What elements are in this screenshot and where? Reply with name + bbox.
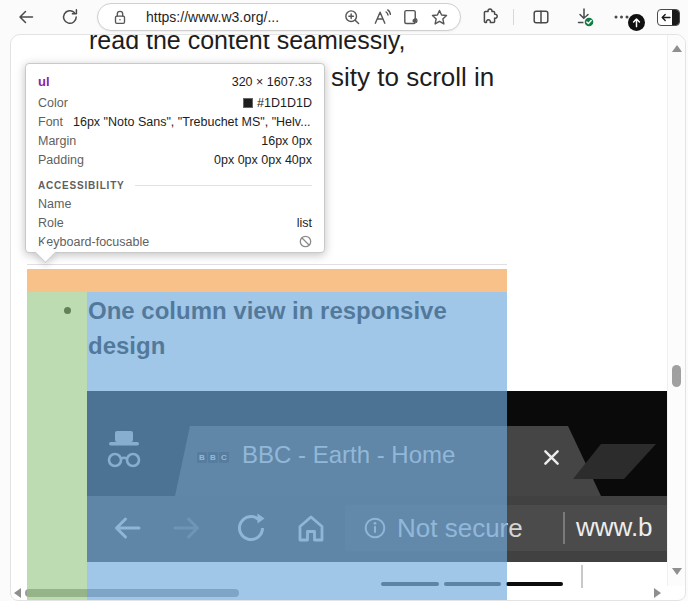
download-icon (573, 6, 595, 28)
browser-toolbar: https://www.w3.org/... (0, 0, 688, 34)
browser-window: https://www.w3.org/... (0, 0, 688, 601)
downloads-button[interactable] (572, 5, 596, 29)
back-arrow-icon (16, 7, 36, 27)
section-divider-line (27, 264, 507, 265)
tooltip-row-name: Name (38, 195, 312, 214)
puzzle-icon (480, 7, 500, 27)
split-screen-button[interactable] (529, 5, 553, 29)
tooltip-row-color: Color #1D1D1D (38, 94, 312, 113)
margin-highlight-overlay (27, 269, 507, 292)
address-divider (563, 512, 565, 544)
content-highlight-overlay (87, 292, 507, 601)
devtools-inspect-tooltip: ul 320 × 1607.33 Color #1D1D1D Font 16px… (25, 63, 325, 253)
sidebar-fill (672, 10, 679, 25)
up-arrow-icon (631, 17, 642, 28)
not-allowed-icon (299, 235, 312, 248)
split-screen-icon (531, 7, 551, 27)
address-bar[interactable]: https://www.w3.org/... (97, 3, 461, 31)
tooltip-row-keyboard-focusable: Keyboard-focusable (38, 233, 312, 252)
sidebar-toggle-button[interactable] (657, 9, 680, 26)
accessibility-section-heading: ACCESSIBILITY (38, 180, 312, 191)
zoom-in-icon[interactable] (341, 6, 363, 28)
scroll-right-arrow-icon[interactable] (654, 588, 661, 598)
tooltip-row-role: Role list (38, 214, 312, 233)
refresh-icon (60, 7, 80, 27)
scroll-up-arrow-icon[interactable] (672, 45, 682, 52)
tooltip-row-margin: Margin 16px 0px (38, 132, 312, 151)
element-dimensions: 320 × 1607.33 (232, 72, 312, 92)
tab-close-icon (543, 449, 560, 466)
color-swatch (243, 98, 253, 108)
paragraph-line-2: sity to scroll in (331, 62, 494, 93)
back-button[interactable] (14, 5, 38, 29)
update-notification-badge (628, 14, 645, 31)
read-aloud-icon[interactable] (370, 6, 392, 28)
scroll-down-arrow-icon[interactable] (672, 568, 682, 575)
tooltip-row-font: Font 16px "Noto Sans", "Trebuchet MS", "… (38, 113, 312, 132)
collapse-left-arrow-icon (661, 13, 671, 22)
paragraph-line-1: read the content seamlessly, (89, 34, 405, 55)
immersive-reader-icon[interactable] (399, 6, 421, 28)
vertical-scrollbar-thumb[interactable] (672, 365, 681, 387)
heading-rule (135, 185, 312, 186)
mobile-url-text: www.b (576, 512, 653, 543)
favorites-star-icon[interactable] (428, 6, 450, 28)
toolbar-divider (513, 9, 514, 25)
tooltip-row-padding: Padding 0px 0px 0px 40px (38, 151, 312, 170)
lock-icon (109, 6, 131, 28)
horizontal-scrollbar[interactable] (11, 584, 669, 600)
url-text: https://www.w3.org/... (146, 9, 341, 25)
element-tag-name: ul (38, 72, 50, 92)
padding-highlight-overlay (27, 292, 87, 601)
refresh-button[interactable] (58, 5, 82, 29)
vertical-scrollbar[interactable] (667, 35, 685, 586)
extensions-button[interactable] (478, 5, 502, 29)
scroll-left-arrow-icon[interactable] (14, 588, 21, 598)
